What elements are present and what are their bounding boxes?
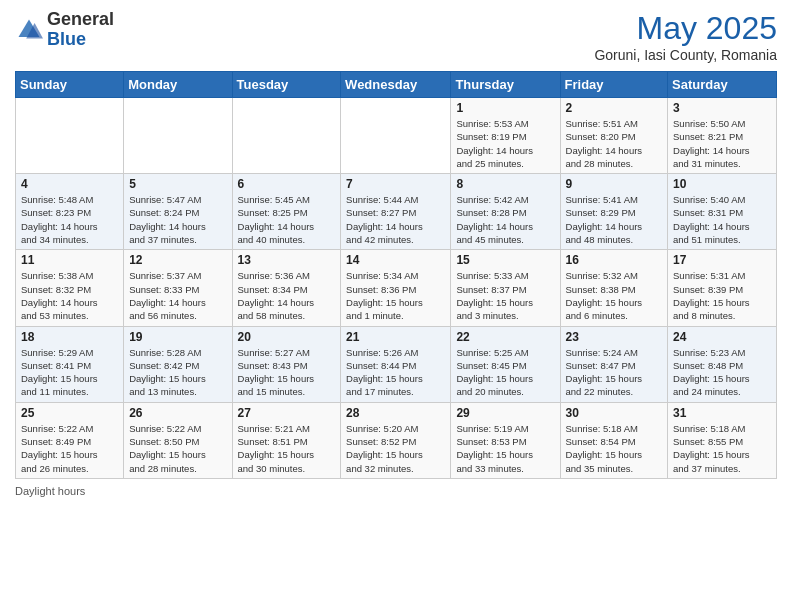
day-number: 23 xyxy=(566,330,663,344)
calendar-cell xyxy=(232,98,341,174)
calendar-cell: 3Sunrise: 5:50 AMSunset: 8:21 PMDaylight… xyxy=(668,98,777,174)
day-info: Sunrise: 5:48 AMSunset: 8:23 PMDaylight:… xyxy=(21,193,118,246)
calendar-cell: 18Sunrise: 5:29 AMSunset: 8:41 PMDayligh… xyxy=(16,326,124,402)
day-info: Sunrise: 5:24 AMSunset: 8:47 PMDaylight:… xyxy=(566,346,663,399)
day-info: Sunrise: 5:41 AMSunset: 8:29 PMDaylight:… xyxy=(566,193,663,246)
calendar-day-header: Monday xyxy=(124,72,232,98)
day-info: Sunrise: 5:44 AMSunset: 8:27 PMDaylight:… xyxy=(346,193,445,246)
day-info: Sunrise: 5:36 AMSunset: 8:34 PMDaylight:… xyxy=(238,269,336,322)
day-info: Sunrise: 5:50 AMSunset: 8:21 PMDaylight:… xyxy=(673,117,771,170)
logo-blue-text: Blue xyxy=(47,30,114,50)
calendar-footer: Daylight hours xyxy=(15,485,777,497)
day-number: 14 xyxy=(346,253,445,267)
day-number: 26 xyxy=(129,406,226,420)
calendar-cell: 2Sunrise: 5:51 AMSunset: 8:20 PMDaylight… xyxy=(560,98,668,174)
day-number: 15 xyxy=(456,253,554,267)
day-number: 17 xyxy=(673,253,771,267)
calendar-header-row: SundayMondayTuesdayWednesdayThursdayFrid… xyxy=(16,72,777,98)
logo: General Blue xyxy=(15,10,114,50)
calendar-cell: 25Sunrise: 5:22 AMSunset: 8:49 PMDayligh… xyxy=(16,402,124,478)
calendar-table: SundayMondayTuesdayWednesdayThursdayFrid… xyxy=(15,71,777,479)
day-number: 25 xyxy=(21,406,118,420)
calendar-week-row: 1Sunrise: 5:53 AMSunset: 8:19 PMDaylight… xyxy=(16,98,777,174)
day-number: 28 xyxy=(346,406,445,420)
day-number: 24 xyxy=(673,330,771,344)
calendar-cell xyxy=(16,98,124,174)
day-info: Sunrise: 5:40 AMSunset: 8:31 PMDaylight:… xyxy=(673,193,771,246)
logo-general-text: General xyxy=(47,10,114,30)
day-number: 29 xyxy=(456,406,554,420)
day-info: Sunrise: 5:31 AMSunset: 8:39 PMDaylight:… xyxy=(673,269,771,322)
day-number: 10 xyxy=(673,177,771,191)
calendar-cell: 11Sunrise: 5:38 AMSunset: 8:32 PMDayligh… xyxy=(16,250,124,326)
calendar-cell: 28Sunrise: 5:20 AMSunset: 8:52 PMDayligh… xyxy=(341,402,451,478)
day-info: Sunrise: 5:38 AMSunset: 8:32 PMDaylight:… xyxy=(21,269,118,322)
day-info: Sunrise: 5:33 AMSunset: 8:37 PMDaylight:… xyxy=(456,269,554,322)
calendar-week-row: 11Sunrise: 5:38 AMSunset: 8:32 PMDayligh… xyxy=(16,250,777,326)
calendar-cell: 10Sunrise: 5:40 AMSunset: 8:31 PMDayligh… xyxy=(668,174,777,250)
day-number: 4 xyxy=(21,177,118,191)
calendar-cell: 23Sunrise: 5:24 AMSunset: 8:47 PMDayligh… xyxy=(560,326,668,402)
logo-icon xyxy=(15,16,43,44)
calendar-cell: 20Sunrise: 5:27 AMSunset: 8:43 PMDayligh… xyxy=(232,326,341,402)
day-info: Sunrise: 5:29 AMSunset: 8:41 PMDaylight:… xyxy=(21,346,118,399)
daylight-hours-label: Daylight hours xyxy=(15,485,85,497)
day-info: Sunrise: 5:18 AMSunset: 8:55 PMDaylight:… xyxy=(673,422,771,475)
day-number: 7 xyxy=(346,177,445,191)
day-info: Sunrise: 5:21 AMSunset: 8:51 PMDaylight:… xyxy=(238,422,336,475)
calendar-cell: 29Sunrise: 5:19 AMSunset: 8:53 PMDayligh… xyxy=(451,402,560,478)
calendar-cell: 14Sunrise: 5:34 AMSunset: 8:36 PMDayligh… xyxy=(341,250,451,326)
calendar-day-header: Tuesday xyxy=(232,72,341,98)
calendar-cell: 9Sunrise: 5:41 AMSunset: 8:29 PMDaylight… xyxy=(560,174,668,250)
calendar-cell: 24Sunrise: 5:23 AMSunset: 8:48 PMDayligh… xyxy=(668,326,777,402)
calendar-cell: 27Sunrise: 5:21 AMSunset: 8:51 PMDayligh… xyxy=(232,402,341,478)
calendar-cell: 21Sunrise: 5:26 AMSunset: 8:44 PMDayligh… xyxy=(341,326,451,402)
day-number: 2 xyxy=(566,101,663,115)
calendar-day-header: Wednesday xyxy=(341,72,451,98)
page-header: General Blue May 2025 Goruni, Iasi Count… xyxy=(15,10,777,63)
calendar-cell: 26Sunrise: 5:22 AMSunset: 8:50 PMDayligh… xyxy=(124,402,232,478)
day-number: 22 xyxy=(456,330,554,344)
day-number: 20 xyxy=(238,330,336,344)
day-info: Sunrise: 5:47 AMSunset: 8:24 PMDaylight:… xyxy=(129,193,226,246)
day-number: 3 xyxy=(673,101,771,115)
day-number: 8 xyxy=(456,177,554,191)
day-info: Sunrise: 5:22 AMSunset: 8:49 PMDaylight:… xyxy=(21,422,118,475)
logo-text: General Blue xyxy=(47,10,114,50)
day-number: 21 xyxy=(346,330,445,344)
calendar-cell: 30Sunrise: 5:18 AMSunset: 8:54 PMDayligh… xyxy=(560,402,668,478)
day-number: 27 xyxy=(238,406,336,420)
day-info: Sunrise: 5:27 AMSunset: 8:43 PMDaylight:… xyxy=(238,346,336,399)
calendar-cell: 17Sunrise: 5:31 AMSunset: 8:39 PMDayligh… xyxy=(668,250,777,326)
calendar-day-header: Saturday xyxy=(668,72,777,98)
day-info: Sunrise: 5:32 AMSunset: 8:38 PMDaylight:… xyxy=(566,269,663,322)
calendar-week-row: 25Sunrise: 5:22 AMSunset: 8:49 PMDayligh… xyxy=(16,402,777,478)
calendar-cell: 13Sunrise: 5:36 AMSunset: 8:34 PMDayligh… xyxy=(232,250,341,326)
calendar-cell xyxy=(341,98,451,174)
day-number: 13 xyxy=(238,253,336,267)
day-info: Sunrise: 5:37 AMSunset: 8:33 PMDaylight:… xyxy=(129,269,226,322)
day-info: Sunrise: 5:19 AMSunset: 8:53 PMDaylight:… xyxy=(456,422,554,475)
day-number: 6 xyxy=(238,177,336,191)
day-info: Sunrise: 5:45 AMSunset: 8:25 PMDaylight:… xyxy=(238,193,336,246)
calendar-cell: 5Sunrise: 5:47 AMSunset: 8:24 PMDaylight… xyxy=(124,174,232,250)
calendar-cell: 12Sunrise: 5:37 AMSunset: 8:33 PMDayligh… xyxy=(124,250,232,326)
day-info: Sunrise: 5:18 AMSunset: 8:54 PMDaylight:… xyxy=(566,422,663,475)
location-subtitle: Goruni, Iasi County, Romania xyxy=(594,47,777,63)
title-block: May 2025 Goruni, Iasi County, Romania xyxy=(594,10,777,63)
calendar-cell: 8Sunrise: 5:42 AMSunset: 8:28 PMDaylight… xyxy=(451,174,560,250)
calendar-cell: 7Sunrise: 5:44 AMSunset: 8:27 PMDaylight… xyxy=(341,174,451,250)
day-info: Sunrise: 5:20 AMSunset: 8:52 PMDaylight:… xyxy=(346,422,445,475)
calendar-cell: 22Sunrise: 5:25 AMSunset: 8:45 PMDayligh… xyxy=(451,326,560,402)
day-number: 30 xyxy=(566,406,663,420)
day-info: Sunrise: 5:23 AMSunset: 8:48 PMDaylight:… xyxy=(673,346,771,399)
calendar-cell: 31Sunrise: 5:18 AMSunset: 8:55 PMDayligh… xyxy=(668,402,777,478)
day-number: 5 xyxy=(129,177,226,191)
calendar-cell: 4Sunrise: 5:48 AMSunset: 8:23 PMDaylight… xyxy=(16,174,124,250)
day-info: Sunrise: 5:42 AMSunset: 8:28 PMDaylight:… xyxy=(456,193,554,246)
day-number: 9 xyxy=(566,177,663,191)
day-number: 12 xyxy=(129,253,226,267)
calendar-week-row: 4Sunrise: 5:48 AMSunset: 8:23 PMDaylight… xyxy=(16,174,777,250)
calendar-week-row: 18Sunrise: 5:29 AMSunset: 8:41 PMDayligh… xyxy=(16,326,777,402)
calendar-cell: 19Sunrise: 5:28 AMSunset: 8:42 PMDayligh… xyxy=(124,326,232,402)
